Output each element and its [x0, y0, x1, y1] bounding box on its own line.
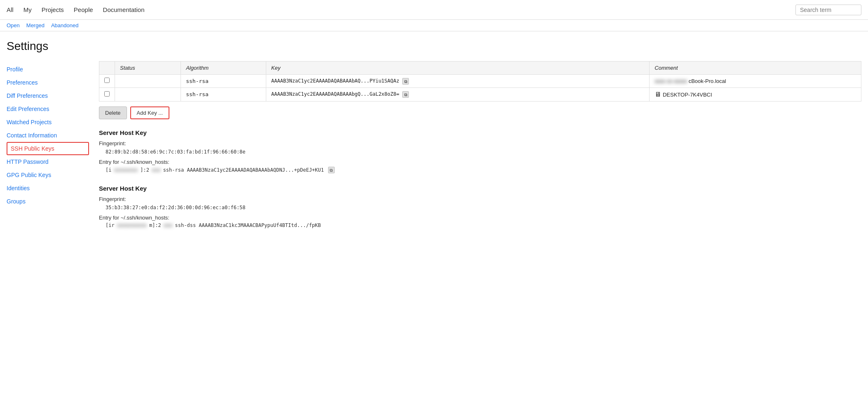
row-key-value-1: AAAAB3NzaC1yc2EAAAADAQABAAAbAQ...PYiu1SA…: [271, 78, 399, 84]
col-status: Status: [115, 61, 181, 75]
sidebar-item-preferences[interactable]: Preferences: [7, 76, 89, 89]
server-host-key-2: Server Host Key Fingerprint: 35:b3:38:27…: [99, 185, 861, 228]
sidebar: Profile Preferences Diff Preferences Edi…: [7, 59, 89, 240]
row-comment-text-1: cBook-Pro.local: [689, 78, 726, 84]
row-comment-1: xxxx xx xxxxx cBook-Pro.local: [650, 75, 861, 88]
server-host-key-title-1: Server Host Key: [99, 129, 861, 136]
top-navigation: All My Projects People Documentation: [0, 0, 868, 20]
sidebar-item-contact-information[interactable]: Contact Information: [7, 129, 89, 142]
row-comment-blurred-1: xxxx xx xxxxx: [655, 78, 687, 84]
search-input[interactable]: [795, 5, 861, 15]
known-hosts-prefix-2: [ir: [106, 222, 115, 228]
row-status-2: [115, 87, 181, 101]
table-row: ssh-rsa AAAAB3NzaC1yc2EAAAADAQABAAAbAQ..…: [99, 75, 861, 88]
fingerprint-label-1: Fingerprint:: [99, 140, 861, 146]
row-algorithm-2: ssh-rsa: [181, 87, 266, 101]
col-algorithm: Algorithm: [181, 61, 266, 75]
server-host-key-title-2: Server Host Key: [99, 185, 861, 192]
sidebar-item-edit-preferences[interactable]: Edit Preferences: [7, 102, 89, 116]
known-hosts-blurred-mid-2: xxx: [164, 222, 173, 228]
row-checkbox-2[interactable]: [104, 91, 110, 97]
copy-key-icon-1[interactable]: ⧉: [402, 78, 409, 85]
known-hosts-val-1: ssh-rsa AAAAB3NzaC1yc2EAAAADAQABAAAbAQDN…: [163, 167, 324, 173]
sidebar-item-groups[interactable]: Groups: [7, 195, 89, 208]
known-hosts-prefix-1: [i: [106, 167, 111, 173]
row-checkbox-cell-2: [99, 87, 115, 101]
row-key-value-2: AAAAB3NzaC1yc2EAAAADAQABAAAbgQ...GaL2x8o…: [271, 91, 399, 97]
row-key-cell-1: AAAAB3NzaC1yc2EAAAADAQABAAAbAQ...PYiu1SA…: [266, 75, 650, 88]
known-hosts-label-2: Entry for ~/.ssh/known_hosts:: [99, 215, 861, 221]
desktop-icon: 🖥: [655, 91, 661, 98]
known-hosts-label-1: Entry for ~/.ssh/known_hosts:: [99, 159, 861, 165]
subnav-open[interactable]: Open: [7, 22, 20, 28]
row-algorithm-1: ssh-rsa: [181, 75, 266, 88]
nav-documentation[interactable]: Documentation: [103, 0, 145, 19]
col-checkbox: [99, 61, 115, 75]
page-title: Settings: [0, 31, 868, 59]
fingerprint-label-2: Fingerprint:: [99, 196, 861, 202]
page-layout: Profile Preferences Diff Preferences Edi…: [0, 59, 868, 240]
known-hosts-value-1: [i xxxxxxxx ]:2 xxx ssh-rsa AAAAB3NzaC1y…: [99, 167, 861, 173]
sub-navigation: Open Merged Abandoned: [0, 20, 868, 31]
known-hosts-blurred-2: xxxxxxxxxx: [117, 222, 147, 228]
row-checkbox-1[interactable]: [104, 78, 110, 83]
fingerprint-value-1: 82:89:b2:d8:58:e6:9c:7c:03:fa:bd:1f:96:6…: [99, 149, 861, 155]
sidebar-item-identities[interactable]: Identities: [7, 182, 89, 195]
fingerprint-value-2: 35:b3:38:27:e0:da:f2:2d:36:00:0d:96:ec:a…: [99, 205, 861, 210]
known-hosts-middle-1: ]:2: [140, 167, 149, 173]
sidebar-item-ssh-public-keys[interactable]: SSH Public Keys: [7, 142, 89, 155]
known-hosts-blurred-1: xxxxxxxx: [114, 167, 138, 173]
ssh-keys-table: Status Algorithm Key Comment ssh-rsa AAA…: [99, 61, 861, 102]
subnav-abandoned[interactable]: Abandoned: [51, 22, 79, 28]
col-comment: Comment: [650, 61, 861, 75]
add-key-button[interactable]: Add Key ...: [130, 106, 170, 119]
known-hosts-blurred-mid-1: xxx: [152, 167, 161, 173]
copy-known-hosts-icon-1[interactable]: ⧉: [328, 167, 335, 173]
nav-my[interactable]: My: [23, 0, 32, 19]
col-key: Key: [266, 61, 650, 75]
subnav-merged[interactable]: Merged: [26, 22, 45, 28]
nav-people[interactable]: People: [74, 0, 93, 19]
row-status-1: [115, 75, 181, 88]
sidebar-item-profile[interactable]: Profile: [7, 63, 89, 76]
copy-key-icon-2[interactable]: ⧉: [402, 91, 409, 98]
server-host-key-1: Server Host Key Fingerprint: 82:89:b2:d8…: [99, 129, 861, 173]
row-comment-2: 🖥 DESKTOP-7K4VBCI: [650, 87, 861, 101]
row-comment-text-2: DESKTOP-7K4VBCI: [663, 92, 712, 98]
row-checkbox-cell: [99, 75, 115, 88]
sidebar-item-diff-preferences[interactable]: Diff Preferences: [7, 89, 89, 102]
row-key-cell-2: AAAAB3NzaC1yc2EAAAADAQABAAAbgQ...GaL2x8o…: [266, 87, 650, 101]
sidebar-item-watched-projects[interactable]: Watched Projects: [7, 116, 89, 129]
sidebar-item-gpg-public-keys[interactable]: GPG Public Keys: [7, 168, 89, 182]
table-row: ssh-rsa AAAAB3NzaC1yc2EAAAADAQABAAAbgQ..…: [99, 87, 861, 101]
known-hosts-val-2: ssh-dss AAAAB3NzaC1kc3MAAACBAPypuUf4BTIt…: [175, 222, 321, 228]
known-hosts-middle-2: m]:2: [149, 222, 161, 228]
nav-items: All My Projects People Documentation: [7, 0, 795, 19]
delete-button[interactable]: Delete: [99, 106, 127, 119]
sidebar-item-http-password[interactable]: HTTP Password: [7, 155, 89, 168]
nav-projects[interactable]: Projects: [42, 0, 64, 19]
nav-all[interactable]: All: [7, 0, 14, 19]
known-hosts-value-2: [ir xxxxxxxxxx m]:2 xxx ssh-dss AAAAB3Nz…: [99, 222, 861, 228]
key-actions: Delete Add Key ...: [99, 106, 861, 119]
main-content: Status Algorithm Key Comment ssh-rsa AAA…: [89, 59, 861, 240]
